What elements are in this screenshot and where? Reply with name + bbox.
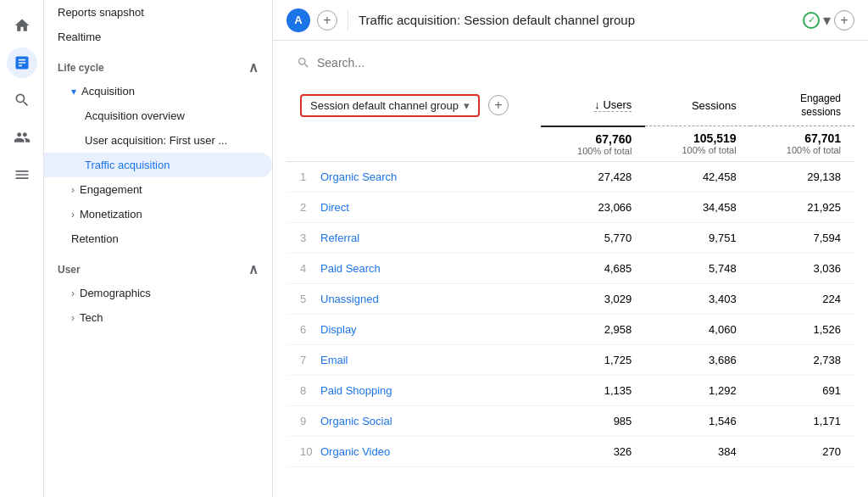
sidebar-item-acquisition-overview[interactable]: Acquisition overview xyxy=(44,103,272,128)
row-users-cell: 5,770 xyxy=(541,223,645,254)
lifecycle-chevron[interactable]: ∧ xyxy=(248,59,259,75)
dim-dropdown-arrow[interactable]: ▾ xyxy=(464,99,470,112)
sessions-column-header[interactable]: Sessions xyxy=(645,85,749,126)
row-channel-cell: 10 Organic Video xyxy=(287,437,541,467)
topbar-divider xyxy=(348,10,348,31)
row-number: 5 xyxy=(300,293,314,305)
lifecycle-section: Life cycle ∧ xyxy=(44,49,272,79)
row-users-cell: 985 xyxy=(541,406,645,437)
channel-column-header: Session default channel group ▾ + xyxy=(287,85,541,126)
row-number: 10 xyxy=(300,445,314,458)
sidebar-item-retention[interactable]: Retention xyxy=(44,226,272,251)
sidebar-item-reports[interactable]: Reports snapshot xyxy=(44,0,272,25)
row-number: 4 xyxy=(300,262,314,275)
row-number: 9 xyxy=(300,415,314,427)
row-users-cell: 1,135 xyxy=(541,376,645,406)
row-engaged-cell: 3,036 xyxy=(750,254,854,284)
user-chevron[interactable]: ∧ xyxy=(248,261,259,277)
row-channel-cell: 4 Paid Search xyxy=(287,254,541,284)
table-row: 6 Display 2,958 4,060 1,526 xyxy=(287,315,854,345)
totals-sessions-cell: 105,519 100% of total xyxy=(645,126,749,162)
table-row: 9 Organic Social 985 1,546 1,171 xyxy=(287,406,854,437)
user-section: User ∧ xyxy=(44,251,272,281)
audience-icon[interactable] xyxy=(7,122,37,153)
row-channel-name[interactable]: Organic Video xyxy=(320,445,390,458)
row-channel-name[interactable]: Unassigned xyxy=(320,293,379,305)
row-users-cell: 27,428 xyxy=(541,161,645,193)
sidebar-item-realtime[interactable]: Realtime xyxy=(44,25,272,49)
row-users-cell: 3,029 xyxy=(541,284,645,315)
row-sessions-cell: 9,751 xyxy=(645,223,749,254)
row-engaged-cell: 691 xyxy=(750,376,854,406)
totals-users-cell: 67,760 100% of total xyxy=(541,126,645,162)
sidebar: Reports snapshot Realtime Life cycle ∧ ▾… xyxy=(44,0,273,497)
user-avatar[interactable]: A xyxy=(287,8,310,32)
row-channel-name[interactable]: Paid Search xyxy=(320,262,381,275)
table-header-row: Session default channel group ▾ + ↓ User… xyxy=(287,85,854,126)
row-channel-cell: 6 Display xyxy=(287,315,541,345)
row-engaged-cell: 1,526 xyxy=(750,315,854,345)
row-engaged-cell: 29,138 xyxy=(750,161,854,193)
sidebar-item-user-acquisition[interactable]: User acquisition: First user ... xyxy=(44,128,272,153)
search-icon[interactable] xyxy=(7,85,37,115)
row-channel-cell: 3 Referral xyxy=(287,223,541,254)
icon-rail xyxy=(0,0,44,497)
dropdown-arrow-icon[interactable]: ▾ xyxy=(823,11,831,30)
sidebar-item-demographics[interactable]: › Demographics xyxy=(44,281,272,305)
add-dimension-button[interactable]: + xyxy=(488,95,509,115)
engaged-sessions-column-header[interactable]: Engaged sessions xyxy=(750,85,854,126)
main-content: A + Traffic acquisition: Session default… xyxy=(273,0,868,497)
row-engaged-cell: 7,594 xyxy=(750,223,854,254)
row-channel-name[interactable]: Paid Shopping xyxy=(320,384,392,397)
row-number: 8 xyxy=(300,384,314,397)
row-channel-cell: 1 Organic Search xyxy=(287,162,541,193)
row-users-cell: 4,685 xyxy=(541,254,645,284)
row-sessions-cell: 42,458 xyxy=(645,161,749,193)
reports-icon[interactable] xyxy=(7,47,37,78)
add-tab-button[interactable]: + xyxy=(317,10,337,31)
sidebar-item-traffic-acquisition[interactable]: Traffic acquisition xyxy=(44,153,272,177)
search-bar xyxy=(287,51,854,75)
table-row: 2 Direct 23,066 34,458 21,925 xyxy=(287,193,854,223)
row-channel-cell: 8 Paid Shopping xyxy=(287,376,541,406)
row-sessions-cell: 384 xyxy=(645,437,749,467)
row-users-cell: 2,958 xyxy=(541,315,645,345)
row-number: 7 xyxy=(300,354,314,366)
row-number: 2 xyxy=(300,201,314,214)
topbar-add-button[interactable]: + xyxy=(834,10,854,31)
row-channel-name[interactable]: Display xyxy=(320,323,357,336)
row-channel-cell: 9 Organic Social xyxy=(287,406,541,437)
sidebar-item-acquisition[interactable]: ▾ Acquisition xyxy=(44,79,272,103)
row-channel-name[interactable]: Referral xyxy=(320,232,359,244)
row-channel-cell: 2 Direct xyxy=(287,193,541,223)
table-row: 3 Referral 5,770 9,751 7,594 xyxy=(287,223,854,254)
page-title: Traffic acquisition: Session default cha… xyxy=(359,13,789,27)
sidebar-item-engagement[interactable]: › Engagement xyxy=(44,177,272,202)
totals-label-cell xyxy=(287,126,541,162)
row-number: 1 xyxy=(300,170,314,183)
users-column-header[interactable]: ↓ Users xyxy=(541,85,645,126)
sidebar-item-monetization[interactable]: › Monetization xyxy=(44,202,272,226)
sidebar-item-tech[interactable]: › Tech xyxy=(44,305,272,330)
dimension-selector[interactable]: Session default channel group ▾ xyxy=(300,94,480,117)
reports-snapshot-label: Reports snapshot xyxy=(58,6,144,19)
row-channel-name[interactable]: Organic Social xyxy=(320,415,392,427)
row-channel-name[interactable]: Email xyxy=(320,354,348,366)
row-channel-cell: 7 Email xyxy=(287,345,541,376)
home-icon[interactable] xyxy=(7,10,37,41)
topbar: A + Traffic acquisition: Session default… xyxy=(273,0,868,41)
row-channel-cell: 5 Unassigned xyxy=(287,284,541,315)
search-input[interactable] xyxy=(317,56,571,70)
row-channel-name[interactable]: Direct xyxy=(320,201,349,214)
table-body: 1 Organic Search 27,428 42,458 29,138 2 … xyxy=(287,161,854,467)
row-channel-name[interactable]: Organic Search xyxy=(320,170,397,183)
row-sessions-cell: 1,292 xyxy=(645,376,749,406)
row-number: 6 xyxy=(300,323,314,336)
dim-selector-label: Session default channel group xyxy=(310,99,459,112)
table-row: 7 Email 1,725 3,686 2,738 xyxy=(287,345,854,376)
table-row: 4 Paid Search 4,685 5,748 3,036 xyxy=(287,254,854,284)
row-engaged-cell: 21,925 xyxy=(750,193,854,223)
row-users-cell: 326 xyxy=(541,437,645,467)
row-users-cell: 23,066 xyxy=(541,193,645,223)
list-icon[interactable] xyxy=(7,159,37,190)
